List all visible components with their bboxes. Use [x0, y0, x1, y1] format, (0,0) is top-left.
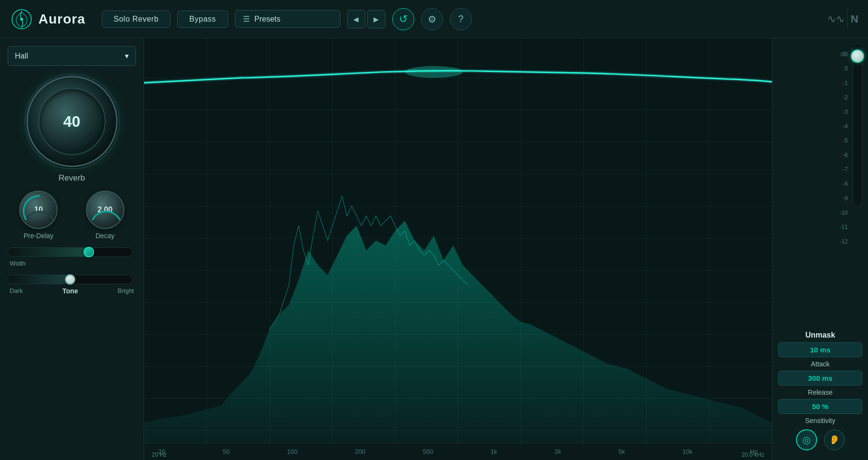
freq-50: 50	[223, 448, 229, 455]
fader-track[interactable]	[853, 43, 862, 206]
decay-arc	[87, 192, 125, 230]
room-type-value: Hall	[15, 52, 28, 61]
reverb-knob-area: 40 Reverb	[8, 73, 136, 183]
main-content: Hall ▾	[0, 38, 868, 460]
freq-labels: 20 50 100 200 500 1k 2k 5k 10k Hz	[149, 448, 767, 455]
room-type-dropdown[interactable]: Hall ▾	[8, 46, 136, 66]
pre-delay-label: Pre-Delay	[24, 232, 53, 240]
fader-thumb[interactable]	[851, 49, 864, 63]
header-divider	[847, 10, 848, 29]
svg-point-1	[20, 18, 23, 21]
reverb-label: Reverb	[59, 173, 85, 183]
brand-n-icon: N	[851, 13, 858, 25]
release-value-btn[interactable]: 300 ms	[778, 371, 862, 386]
width-slider-group: Width	[8, 247, 136, 267]
reverb-knob-container[interactable]: 40	[24, 73, 120, 169]
pre-delay-group: 10 Pre-Delay	[19, 191, 58, 240]
aurora-logo-icon	[10, 7, 34, 31]
refresh-button[interactable]: ↺	[392, 8, 414, 30]
freq-range-left: 20 Hz	[152, 451, 167, 458]
presets-list-icon: ☰	[243, 14, 250, 24]
attack-label: Attack	[811, 360, 830, 368]
mic-button[interactable]: ◎	[796, 429, 817, 450]
freq-10k: 10k	[683, 448, 693, 455]
unmask-label: Unmask	[805, 331, 835, 339]
settings-icon: ⚙	[428, 13, 436, 25]
tone-label-row: Dark Tone Bright	[8, 287, 136, 295]
width-label: Width	[10, 260, 25, 267]
tone-center-label: Tone	[62, 287, 78, 295]
logo-area: Aurora	[10, 7, 85, 31]
presets-dropdown[interactable]: ☰ Presets	[235, 10, 340, 28]
reverb-knob-inner: 40	[38, 88, 106, 155]
pre-delay-knob[interactable]: 10	[19, 191, 58, 229]
decay-group: 2.00 Decay	[86, 191, 124, 240]
ear-icon: 👂	[829, 435, 840, 445]
release-label: Release	[808, 388, 832, 396]
reverb-knob[interactable]: 40	[24, 73, 120, 169]
fader-area: dB 0 -1 -2 -3 -4 -5 -6 -7 -8 -9 -10 -11 …	[778, 43, 862, 329]
freq-200: 200	[355, 448, 365, 455]
spectrum-svg	[144, 38, 772, 443]
solo-reverb-button[interactable]: Solo Reverb	[102, 11, 171, 28]
sensitivity-value-btn[interactable]: 50 %	[778, 399, 862, 414]
help-button[interactable]: ?	[450, 8, 472, 30]
db-header: dB	[778, 47, 848, 61]
freq-axis: 20 50 100 200 500 1k 2k 5k 10k Hz 20 Hz …	[144, 443, 772, 460]
left-panel: Hall ▾	[0, 38, 144, 460]
app-container: Aurora Solo Reverb Bypass ☰ Presets ◀ ▶ …	[0, 0, 868, 460]
spectrum-display	[144, 38, 772, 443]
db-0: 0	[778, 61, 848, 76]
tone-slider-thumb[interactable]	[65, 274, 75, 285]
tone-dark-label: Dark	[10, 287, 23, 295]
db-neg11: -11	[778, 220, 848, 234]
freq-5k: 5k	[618, 448, 625, 455]
header-right: ∿∿ N	[822, 10, 858, 29]
sensitivity-label: Sensitivity	[805, 417, 835, 424]
reverb-value: 40	[63, 113, 81, 131]
db-neg9: -9	[778, 191, 848, 206]
settings-button[interactable]: ⚙	[421, 8, 443, 30]
svg-point-25	[405, 66, 463, 78]
small-knobs-row: 10 Pre-Delay 2.00 Decay	[8, 191, 136, 240]
decay-label: Decay	[96, 232, 115, 240]
next-preset-button[interactable]: ▶	[367, 10, 386, 28]
bypass-button[interactable]: Bypass	[177, 11, 228, 28]
header: Aurora Solo Reverb Bypass ☰ Presets ◀ ▶ …	[0, 0, 868, 38]
tone-slider-group: Dark Tone Bright	[8, 275, 136, 295]
bottom-icons: ◎ 👂	[796, 424, 845, 455]
freq-range-right: 20.0 kHz	[742, 451, 764, 458]
unmask-section: Unmask 10 ms Attack 300 ms Release 50 % …	[778, 331, 862, 424]
right-panel: dB 0 -1 -2 -3 -4 -5 -6 -7 -8 -9 -10 -11 …	[772, 38, 868, 460]
db-neg12: -12	[778, 234, 848, 249]
pre-delay-arc	[20, 192, 59, 230]
mic-icon: ◎	[802, 434, 810, 446]
db-neg10: -10	[778, 206, 848, 220]
freq-1k: 1k	[491, 448, 497, 455]
width-slider-thumb[interactable]	[84, 247, 94, 257]
center-panel: 20 50 100 200 500 1k 2k 5k 10k Hz 20 Hz …	[144, 38, 772, 460]
preset-nav-arrows: ◀ ▶	[347, 10, 386, 28]
app-title: Aurora	[38, 12, 85, 27]
db-neg3: -3	[778, 105, 848, 119]
ear-button[interactable]: 👂	[824, 429, 845, 450]
decay-knob[interactable]: 2.00	[86, 191, 124, 229]
brand-wave-icon: ∿∿	[827, 13, 844, 25]
attack-value-btn[interactable]: 10 ms	[778, 342, 862, 357]
db-neg6: -6	[778, 148, 848, 162]
freq-2k: 2k	[555, 448, 561, 455]
dropdown-arrow-icon: ▾	[125, 51, 129, 61]
width-label-row: Width	[8, 260, 136, 267]
presets-label: Presets	[254, 15, 332, 24]
width-slider[interactable]	[8, 247, 133, 257]
prev-preset-button[interactable]: ◀	[347, 10, 365, 28]
db-neg7: -7	[778, 162, 848, 177]
freq-100: 100	[287, 448, 298, 455]
tone-bright-label: Bright	[118, 287, 134, 295]
freq-500: 500	[422, 448, 433, 455]
help-icon: ?	[458, 13, 463, 24]
db-neg5: -5	[778, 133, 848, 148]
db-neg2: -2	[778, 90, 848, 105]
refresh-icon: ↺	[399, 13, 408, 25]
tone-slider[interactable]	[8, 275, 133, 284]
